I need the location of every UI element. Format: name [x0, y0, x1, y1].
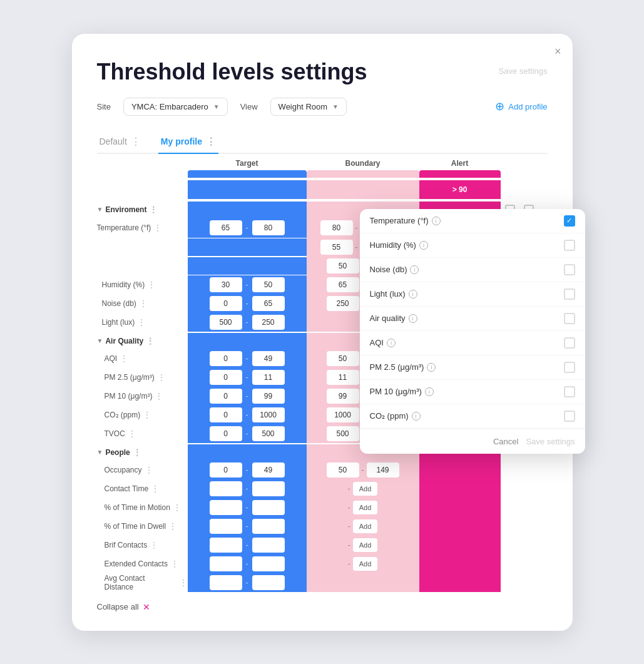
- light-drag[interactable]: ⋮: [137, 317, 146, 327]
- ext-t1[interactable]: [210, 556, 242, 571]
- pm25-popup-check[interactable]: [564, 362, 575, 373]
- ext-add-btn[interactable]: Add: [353, 557, 378, 571]
- dwell-t1[interactable]: [210, 519, 242, 534]
- pm25-t1[interactable]: [210, 370, 242, 385]
- brif-t1[interactable]: [210, 538, 242, 553]
- motion-add-btn[interactable]: Add: [353, 501, 378, 514]
- page-title: Threshold levels settings: [97, 59, 548, 85]
- aq-expand-icon[interactable]: ▼: [97, 337, 103, 344]
- dwell-t2[interactable]: [252, 519, 285, 534]
- add-profile-icon: ⊕: [495, 100, 504, 113]
- co2-t2[interactable]: [252, 407, 285, 422]
- site-dropdown[interactable]: YMCA: Embarcadero ▼: [123, 98, 228, 116]
- co2-t1[interactable]: [210, 407, 242, 422]
- temp-target2[interactable]: [252, 220, 285, 235]
- ct-add-btn[interactable]: Add: [353, 482, 378, 496]
- view-dropdown[interactable]: Weight Room ▼: [270, 98, 347, 116]
- pm10-t1[interactable]: [210, 389, 242, 404]
- pm25-b1[interactable]: [327, 370, 359, 385]
- noise-t1[interactable]: [210, 296, 242, 311]
- motion-t1[interactable]: [210, 500, 242, 515]
- pm10-b1[interactable]: [327, 389, 359, 404]
- tabs-row: Default ⋮ My profile ⋮: [97, 131, 548, 154]
- temp-drag[interactable]: ⋮: [153, 223, 162, 233]
- tvoc-b1[interactable]: [327, 426, 359, 441]
- humidity-drag[interactable]: ⋮: [147, 280, 156, 290]
- ct-t1[interactable]: [210, 481, 242, 496]
- tab-default-dots[interactable]: ⋮: [131, 136, 141, 148]
- ext-t2[interactable]: [252, 556, 285, 571]
- people-drag-handle[interactable]: ⋮: [133, 447, 141, 457]
- temp-b1[interactable]: [320, 220, 353, 235]
- row-time-dwell: % of Time in Dwell ⋮ - - Add: [97, 517, 548, 536]
- aqi-t1[interactable]: [210, 351, 242, 366]
- humidity-t1[interactable]: [210, 277, 242, 292]
- close-button[interactable]: ×: [555, 45, 561, 58]
- brif-drag[interactable]: ⋮: [150, 540, 158, 550]
- aq-drag-handle[interactable]: ⋮: [146, 336, 155, 346]
- main-card: × Threshold levels settings Save setting…: [72, 34, 573, 631]
- ext-drag[interactable]: ⋮: [170, 559, 179, 569]
- aqi-drag[interactable]: ⋮: [120, 354, 128, 364]
- noise-t2[interactable]: [252, 296, 285, 311]
- aqi-b1[interactable]: [327, 351, 359, 366]
- tab-my-profile[interactable]: My profile ⋮: [158, 131, 218, 154]
- tab-default[interactable]: Default ⋮: [97, 131, 143, 154]
- popup-save-button[interactable]: Save settings: [526, 437, 575, 446]
- add-profile-button[interactable]: ⊕ Add profile: [495, 100, 547, 113]
- temp-popup-check[interactable]: ✓: [564, 215, 575, 227]
- aq-popup-check[interactable]: [564, 313, 575, 324]
- co2-b1[interactable]: [327, 407, 359, 422]
- occ-t2[interactable]: [252, 462, 285, 478]
- avg-t1[interactable]: [210, 575, 242, 590]
- light-popup-check[interactable]: [564, 289, 575, 300]
- humidity-t2[interactable]: [252, 277, 285, 292]
- temp3-b1[interactable]: [327, 258, 359, 273]
- dwell-add-btn[interactable]: Add: [353, 519, 378, 533]
- co2-drag[interactable]: ⋮: [143, 410, 151, 420]
- brif-t2[interactable]: [252, 538, 285, 553]
- temp2-b1[interactable]: [320, 240, 353, 255]
- ct-drag[interactable]: ⋮: [151, 484, 160, 494]
- avg-t2[interactable]: [252, 575, 285, 590]
- occ-t1[interactable]: [210, 462, 242, 478]
- occ-drag[interactable]: ⋮: [145, 465, 153, 475]
- light-t1[interactable]: [210, 315, 242, 330]
- aqi-popup-check[interactable]: [564, 337, 575, 349]
- pm25-drag[interactable]: ⋮: [157, 372, 166, 382]
- dwell-drag[interactable]: ⋮: [168, 521, 177, 531]
- humidity-popup-check[interactable]: [564, 240, 575, 251]
- env-expand-icon[interactable]: ▼: [97, 206, 103, 213]
- row-occupancy: Occupancy ⋮ - -: [97, 461, 548, 479]
- pm10-t2[interactable]: [252, 389, 285, 404]
- avg-drag[interactable]: ⋮: [179, 578, 188, 588]
- pm25-t2[interactable]: [252, 370, 285, 385]
- ct-t2[interactable]: [252, 481, 285, 496]
- co2-info-icon: i: [412, 412, 421, 421]
- motion-drag[interactable]: ⋮: [173, 503, 181, 513]
- humidity-b1[interactable]: [327, 277, 359, 292]
- noise-b1[interactable]: [327, 296, 359, 311]
- people-expand-icon[interactable]: ▼: [97, 449, 103, 456]
- occ-b2[interactable]: [367, 462, 399, 478]
- aqi-t2[interactable]: [252, 351, 285, 366]
- save-settings-top[interactable]: Save settings: [498, 66, 547, 76]
- brif-add-btn[interactable]: Add: [353, 538, 378, 552]
- temp-target1[interactable]: [210, 220, 242, 235]
- noise-drag[interactable]: ⋮: [139, 299, 148, 309]
- tvoc-drag[interactable]: ⋮: [128, 429, 136, 439]
- motion-t2[interactable]: [252, 500, 285, 515]
- occ-b1[interactable]: [327, 462, 359, 478]
- env-drag-handle[interactable]: ⋮: [149, 205, 158, 215]
- tab-my-profile-dots[interactable]: ⋮: [206, 136, 216, 148]
- pm10-popup-check[interactable]: [564, 386, 575, 397]
- col-header-alert: Alert: [419, 159, 501, 178]
- light-t2[interactable]: [252, 315, 285, 330]
- popup-cancel-button[interactable]: Cancel: [493, 437, 518, 446]
- noise-popup-check[interactable]: [564, 264, 575, 275]
- co2-popup-check[interactable]: [564, 411, 575, 422]
- pm10-drag[interactable]: ⋮: [155, 391, 163, 401]
- collapse-all-row[interactable]: Collapse all ✕: [97, 602, 548, 612]
- tvoc-t2[interactable]: [252, 426, 285, 441]
- tvoc-t1[interactable]: [210, 426, 242, 441]
